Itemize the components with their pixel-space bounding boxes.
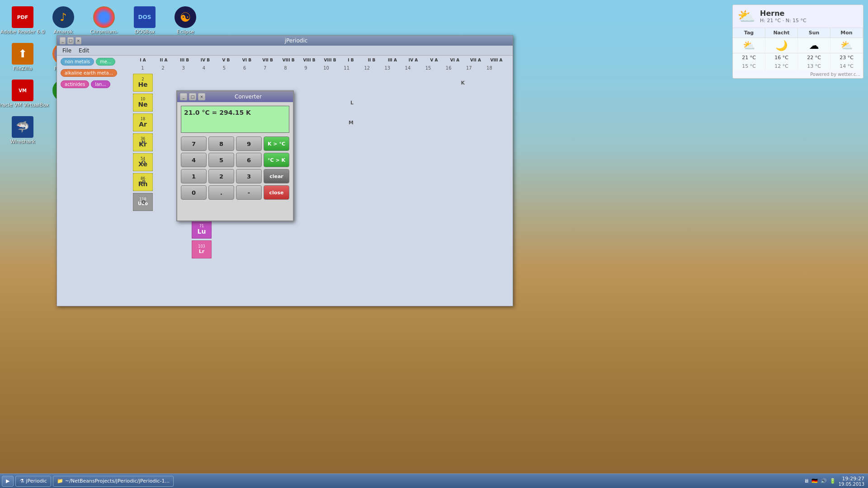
tray-network-icon: 🖥 [804, 478, 809, 484]
converter-buttons: 7 8 9 K > °C 4 5 6 °C > K 1 2 3 clear 0 … [177, 136, 293, 203]
btn-3[interactable]: 3 [236, 169, 262, 183]
btn-close[interactable]: close [264, 185, 289, 200]
tag-alkaline[interactable]: alkaline earth meta... [61, 69, 117, 77]
col-num-18: 18 [480, 66, 499, 73]
chromium-label: Chromium- [90, 29, 118, 35]
btn-neg[interactable]: - [236, 185, 262, 200]
col-num-8: 8 [276, 66, 295, 73]
weather-icon-2: ☁ [798, 38, 830, 53]
col-header-viia: VII A [466, 58, 486, 66]
desktop-icon-filezilla[interactable]: ⬆ FileZilla [5, 41, 41, 73]
desktop-icon-amarok[interactable]: ♪ Amarok [45, 5, 81, 37]
col-num-2: 2 [153, 66, 173, 73]
btn-2[interactable]: 2 [208, 169, 234, 183]
col-num-4: 4 [194, 66, 213, 73]
btn-0[interactable]: 0 [181, 185, 207, 200]
tag-non-metals[interactable]: non metals [61, 58, 94, 66]
weather-city: Herne [760, 9, 807, 18]
btn-1[interactable]: 1 [181, 169, 207, 183]
btn-7[interactable]: 7 [181, 136, 207, 151]
tray-sound-icon: 🔊 [821, 478, 827, 484]
jperiodic-app-label: jPeriodic [26, 478, 47, 484]
desktop-icon-eclipse[interactable]: ☯ Eclipse [167, 5, 203, 37]
element-Lr[interactable]: 103Lr [192, 240, 212, 258]
weather-low-2: 13 °C [798, 62, 830, 70]
btn-9[interactable]: 9 [236, 136, 262, 151]
btn-6[interactable]: 6 [236, 153, 262, 167]
col-num-5: 5 [214, 66, 234, 73]
period-label-2: L [350, 100, 354, 106]
weather-day-2: Sun [798, 28, 830, 38]
btn-4[interactable]: 4 [181, 153, 207, 167]
taskbar-app-jperiodic[interactable]: ⚗ jPeriodic [15, 476, 51, 487]
period-label-5: O [142, 160, 146, 165]
taskbar-left: ▶ ⚗ jPeriodic 📁 ~/NetBeansProjects/jPeri… [0, 476, 174, 487]
col-header-viiib1: VIII B [278, 58, 298, 66]
tag-metalloids[interactable]: me... [96, 58, 115, 66]
col-num-15: 15 [419, 66, 438, 73]
element-Ne[interactable]: 10 Ne [133, 94, 153, 112]
weather-high-temps: 21 °C 16 °C 22 °C 23 °C [733, 53, 863, 62]
menu-edit[interactable]: Edit [75, 47, 93, 55]
col-header-iiia: III A [382, 58, 402, 66]
period-label-1: K [461, 80, 465, 86]
weather-day-3: Mon [830, 28, 863, 38]
col-header-ia: I A [133, 58, 153, 66]
col-num-6: 6 [235, 66, 255, 73]
weather-icon-1: 🌙 [765, 38, 798, 53]
taskbar: ▶ ⚗ jPeriodic 📁 ~/NetBeansProjects/jPeri… [0, 474, 868, 488]
btn-c-to-k[interactable]: °C > K [264, 153, 289, 167]
element-Ar[interactable]: 18Ar [133, 113, 153, 131]
col-header-ib: I B [341, 58, 361, 66]
weather-current-icon: ⛅ [737, 8, 755, 25]
close-button[interactable]: × [75, 37, 81, 44]
menu-file[interactable]: File [59, 47, 75, 55]
converter-maximize[interactable]: □ [189, 93, 196, 100]
col-header-iib: II B [362, 58, 382, 66]
tag-lanthanides[interactable]: lan... [91, 80, 110, 88]
desktop-icon-oracle[interactable]: VM Oracle VM VirtualBox [5, 78, 41, 110]
col-num-17: 17 [459, 66, 479, 73]
filezilla-label: FileZilla [13, 66, 32, 71]
element-Lu[interactable]: 71Lu [192, 221, 212, 239]
btn-clear[interactable]: clear [264, 169, 289, 183]
dosbox-icon: DOS [134, 6, 156, 28]
weather-high-0: 21 °C [733, 53, 765, 62]
dosbox-label: DOSBox [135, 29, 155, 35]
weather-days-row: Tag Nacht Sun Mon [733, 28, 863, 38]
desktop-icon-dosbox[interactable]: DOS DOSBox [127, 5, 163, 37]
netbeans-app-icon: 📁 [57, 478, 63, 484]
btn-8[interactable]: 8 [208, 136, 234, 151]
desktop-icon-adobe[interactable]: PDF Adobe Reader 6.0 [5, 5, 41, 37]
col-header-iia: II A [154, 58, 174, 66]
col-header-va: V A [424, 58, 444, 66]
col-header-viiia: VIII A [486, 58, 506, 66]
weather-low-temps: 15 °C 12 °C 13 °C 14 °C [733, 62, 863, 70]
period-label-7: Q [142, 199, 146, 205]
wireshark-label: Wireshark [10, 139, 35, 145]
taskbar-menu-button[interactable]: ▶ [2, 476, 14, 487]
btn-dot[interactable]: . [208, 185, 234, 200]
col-header-viib: VII B [258, 58, 278, 66]
weather-widget: ⛅ Herne H: 21 °C · N: 15 °C Tag Nacht Su… [732, 5, 863, 79]
element-He[interactable]: 2 He [133, 74, 153, 92]
eclipse-icon: ☯ [175, 6, 196, 28]
converter-close[interactable]: × [198, 93, 205, 100]
maximize-button[interactable]: □ [67, 37, 73, 44]
btn-5[interactable]: 5 [208, 153, 234, 167]
tray-flag-icon: 🇩🇪 [811, 478, 818, 484]
col-header-via: VI A [445, 58, 465, 66]
weather-high-3: 23 °C [830, 53, 863, 62]
amarok-label: Amarok [54, 29, 73, 35]
col-num-10: 10 [316, 66, 336, 73]
desktop-icon-wireshark[interactable]: 🦈 Wireshark [5, 114, 41, 146]
col-header-vb: V B [216, 58, 236, 66]
col-num-14: 14 [398, 66, 417, 73]
btn-k-to-c[interactable]: K > °C [264, 136, 289, 151]
minimize-button[interactable]: _ [60, 37, 66, 44]
chromium-icon [93, 6, 115, 28]
tag-actinides[interactable]: actinides [61, 80, 89, 88]
desktop-icon-chromium[interactable]: Chromium- [86, 5, 122, 37]
taskbar-app-netbeans[interactable]: 📁 ~/NetBeansProjects/jPeriodic/jPeriodic… [53, 476, 174, 487]
converter-minimize[interactable]: _ [180, 93, 187, 100]
